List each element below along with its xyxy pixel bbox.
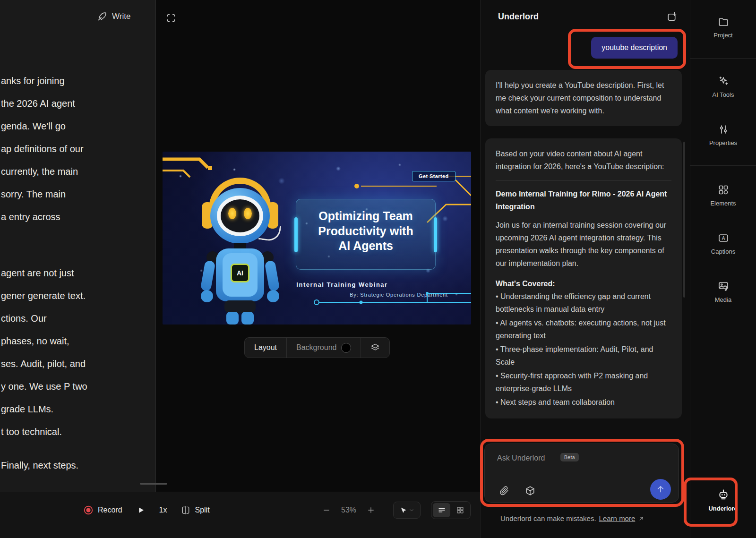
- ask-underlord-input-card: Beta: [484, 444, 679, 503]
- cursor-icon: [400, 507, 407, 514]
- transport-toolbar: Record 1x Split 53%: [0, 492, 480, 538]
- description-title: Demo Internal Training for Rimo - 2026 A…: [496, 188, 671, 213]
- sliders-icon: [718, 124, 729, 135]
- zoom-out-button[interactable]: [322, 506, 331, 514]
- elements-icon: [718, 184, 729, 196]
- description-paragraph: Join us for an internal training session…: [496, 219, 671, 270]
- script-line[interactable]: y one. We use P two: [1, 375, 155, 398]
- canvas-subtitle: Internal Training Webinar: [248, 281, 437, 288]
- new-chat-button[interactable]: [667, 11, 678, 22]
- external-link-icon: [638, 515, 644, 522]
- pointer-tool-dropdown[interactable]: [393, 502, 421, 519]
- expand-canvas-button[interactable]: [166, 13, 176, 23]
- sidebar-item-captions[interactable]: A Captions: [690, 232, 756, 255]
- right-sidebar: Project AI Tools Properties Elements A C…: [690, 0, 756, 538]
- view-toggle: [431, 501, 471, 519]
- script-line[interactable]: ap definitions of our: [1, 137, 155, 160]
- assistant-message-1: I'll help you create a YouTube descripti…: [485, 70, 682, 126]
- bullet-item: • Understanding the efficiency gap and c…: [496, 290, 671, 316]
- captions-icon: A: [718, 232, 729, 244]
- sidebar-item-media[interactable]: Media: [690, 281, 756, 303]
- sparkles-icon: [718, 76, 729, 87]
- write-button[interactable]: Write: [97, 11, 130, 22]
- message-divider: [496, 180, 671, 180]
- script-line[interactable]: Finally, next steps.: [1, 454, 155, 477]
- script-editor-panel[interactable]: Write anks for joining the 2026 AI agent…: [0, 0, 156, 492]
- script-view-toggle[interactable]: [433, 503, 450, 517]
- chat-panel-title: Underlord: [498, 12, 539, 22]
- layers-button[interactable]: [361, 338, 389, 358]
- script-line[interactable]: ses. Audit, pilot, and: [1, 352, 155, 375]
- svg-text:A: A: [722, 236, 725, 241]
- sidebar-item-underlord[interactable]: Underlord: [690, 488, 756, 512]
- assistant-message-1-text: I'll help you create a YouTube descripti…: [496, 79, 671, 117]
- grid-view-toggle[interactable]: [451, 503, 469, 517]
- layers-icon: [370, 343, 380, 352]
- robot-icon: [717, 488, 730, 501]
- canvas-byline: By: Strategic Operations Department: [304, 292, 471, 298]
- attach-file-button[interactable]: [499, 486, 509, 496]
- zoom-level: 53%: [341, 506, 356, 514]
- layout-button[interactable]: Layout: [245, 338, 286, 358]
- title-panel: Optimizing Team Productivity with AI Age…: [296, 199, 436, 270]
- record-icon: [83, 505, 94, 515]
- split-button[interactable]: Split: [181, 505, 209, 515]
- get-started-label: Get Started: [412, 171, 455, 181]
- play-button[interactable]: [137, 506, 145, 514]
- script-line[interactable]: gener generate text.: [1, 284, 155, 307]
- script-line[interactable]: phases, no wait,: [1, 330, 155, 352]
- assistant-message-2: Based on your video content about AI age…: [485, 138, 682, 418]
- script-line[interactable]: t too technical.: [1, 420, 155, 443]
- bullet-item: • Three-phase implementation: Audit, Pil…: [496, 343, 671, 368]
- robot-illustration: AI: [189, 178, 300, 325]
- bullet-item: • Next steps and team collaboration: [496, 396, 671, 409]
- sidebar-item-properties[interactable]: Properties: [690, 124, 756, 146]
- panel-scroll-indicator[interactable]: [140, 483, 167, 485]
- chat-scrollbar[interactable]: [683, 142, 685, 298]
- background-button[interactable]: Background: [287, 338, 361, 358]
- sidebar-item-ai-tools[interactable]: AI Tools: [690, 76, 756, 98]
- write-label: Write: [112, 12, 130, 21]
- script-line[interactable]: currently, the main: [1, 160, 155, 183]
- learn-more-link[interactable]: Learn more: [599, 514, 636, 522]
- zoom-in-button[interactable]: [367, 506, 375, 514]
- bullet-item: • AI agents vs. chatbots: executing acti…: [496, 316, 671, 342]
- canvas-title: Optimizing Team Productivity with AI Age…: [315, 199, 417, 254]
- canvas-toolbar: Layout Background: [244, 337, 390, 358]
- record-button[interactable]: Record: [83, 505, 122, 515]
- background-color-swatch[interactable]: [341, 343, 351, 353]
- message-intro: Based on your video content about AI age…: [496, 147, 671, 173]
- script-line[interactable]: grade LLMs.: [1, 398, 155, 420]
- split-icon: [181, 505, 190, 515]
- bullet-item: • Security-first approach with P2 maskin…: [496, 369, 671, 395]
- script-line[interactable]: genda. We'll go: [1, 115, 155, 137]
- script-line[interactable]: anks for joining: [1, 69, 155, 92]
- script-line[interactable]: the 2026 AI agent: [1, 92, 155, 115]
- sidebar-item-elements[interactable]: Elements: [690, 184, 756, 207]
- script-line[interactable]: ctions. Our: [1, 307, 155, 330]
- script-text[interactable]: anks for joining the 2026 AI agent genda…: [1, 69, 155, 477]
- beta-badge: Beta: [560, 453, 579, 461]
- script-line[interactable]: a entry across: [1, 205, 155, 228]
- context-cube-button[interactable]: [525, 486, 535, 496]
- folder-icon: [718, 16, 729, 27]
- chevron-down-icon: [409, 507, 414, 513]
- ask-underlord-input[interactable]: [497, 452, 606, 465]
- send-button[interactable]: [650, 479, 671, 500]
- quill-icon: [97, 11, 107, 22]
- script-line[interactable]: sorry. The main: [1, 183, 155, 205]
- underlord-chat-panel: Underlord youtube description I'll help …: [480, 0, 690, 538]
- video-preview-panel: Get Started AI Optimizing Team Productiv…: [156, 0, 480, 492]
- script-line[interactable]: agent are not just: [1, 262, 155, 284]
- sidebar-divider: [690, 58, 756, 59]
- playback-speed-button[interactable]: 1x: [159, 506, 167, 514]
- user-message-bubble: youtube description: [591, 37, 678, 59]
- media-icon: [718, 281, 729, 292]
- sidebar-divider: [690, 165, 756, 166]
- video-canvas[interactable]: Get Started AI Optimizing Team Productiv…: [163, 152, 471, 325]
- ai-chip-badge: AI: [231, 264, 249, 282]
- chat-disclaimer: Underlord can make mistakes. Learn more: [500, 514, 644, 522]
- sidebar-item-project[interactable]: Project: [690, 16, 756, 39]
- whats-covered-heading: What's Covered:: [496, 277, 671, 290]
